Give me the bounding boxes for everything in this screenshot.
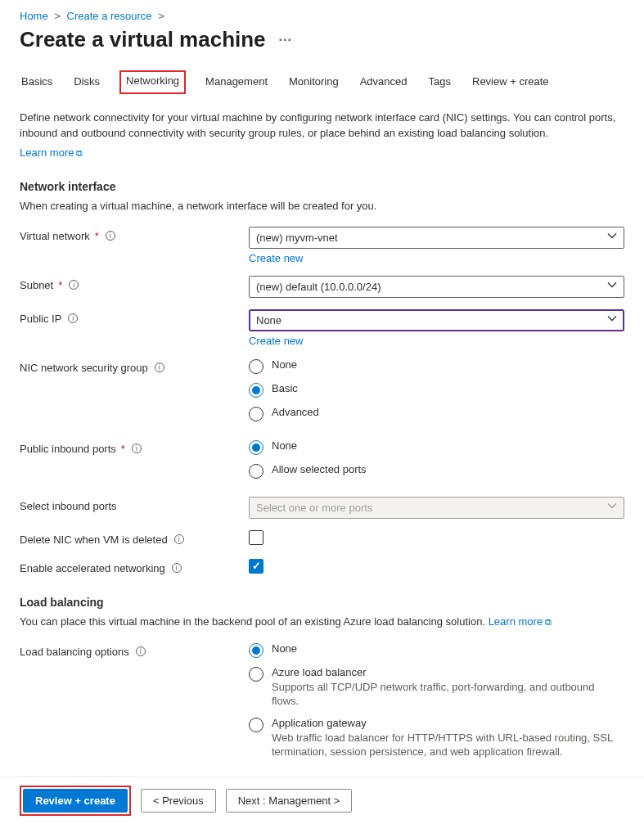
virtual-network-select[interactable]: (new) myvm-vnet — [249, 227, 624, 249]
tab-tags[interactable]: Tags — [427, 70, 453, 94]
lb-option-app-gateway[interactable]: Application gateway Web traffic load bal… — [249, 717, 624, 759]
load-balancing-learn-more-link[interactable]: Learn more⧉ — [489, 615, 552, 628]
tab-management[interactable]: Management — [204, 70, 269, 94]
section-heading-load-balancing: Load balancing — [20, 596, 624, 609]
learn-more-link[interactable]: Learn more⧉ — [20, 146, 83, 159]
info-icon[interactable]: i — [174, 534, 184, 544]
inbound-option-allow[interactable]: Allow selected ports — [249, 463, 624, 479]
label-load-balancing: Load balancing options i — [20, 642, 249, 658]
chevron-down-icon — [607, 502, 617, 514]
public-ip-select[interactable]: None — [249, 309, 624, 331]
accel-networking-checkbox[interactable] — [249, 559, 263, 574]
label-select-inbound: Select inbound ports — [20, 497, 249, 512]
nsg-radio-group: None Basic Advanced — [249, 358, 624, 421]
footer-bar: Review + create < Previous Next : Manage… — [0, 777, 644, 824]
tab-networking[interactable]: Networking — [119, 70, 186, 94]
info-icon[interactable]: i — [68, 313, 78, 323]
more-actions-icon[interactable]: ··· — [279, 33, 292, 47]
review-create-highlight: Review + create — [20, 786, 131, 816]
info-icon[interactable]: i — [155, 362, 164, 372]
label-accel-networking: Enable accelerated networking i — [20, 559, 249, 574]
nsg-option-basic[interactable]: Basic — [249, 382, 624, 398]
tab-disks[interactable]: Disks — [72, 70, 101, 94]
label-delete-nic: Delete NIC when VM is deleted i — [20, 530, 249, 546]
label-inbound-ports: Public inbound ports* i — [20, 439, 249, 455]
info-icon[interactable]: i — [69, 280, 79, 290]
breadcrumb-create-resource[interactable]: Create a resource — [67, 10, 152, 22]
section-sub-load-balancing: You can place this virtual machine in th… — [20, 615, 624, 628]
external-link-icon: ⧉ — [76, 148, 83, 159]
breadcrumb-sep: > — [158, 10, 164, 22]
info-icon[interactable]: i — [106, 231, 115, 241]
tab-monitoring[interactable]: Monitoring — [287, 70, 340, 94]
intro-text: Define network connectivity for your vir… — [20, 110, 624, 142]
page-title: Create a virtual machine ··· — [20, 27, 624, 52]
lb-option-none[interactable]: None — [249, 642, 624, 658]
breadcrumb-sep: > — [54, 10, 61, 22]
subnet-select[interactable]: (new) default (10.0.0.0/24) — [249, 276, 624, 298]
select-inbound-ports: Select one or more ports — [249, 497, 624, 519]
inbound-option-none[interactable]: None — [249, 439, 624, 455]
label-public-ip: Public IP i — [20, 309, 249, 325]
next-button[interactable]: Next : Management > — [226, 789, 353, 813]
lb-option-azure-lb[interactable]: Azure load balancer Supports all TCP/UDP… — [249, 666, 624, 709]
external-link-icon: ⧉ — [545, 617, 552, 628]
breadcrumb: Home > Create a resource > — [20, 10, 624, 22]
label-virtual-network: Virtual network* i — [20, 227, 249, 242]
section-heading-network-interface: Network interface — [20, 180, 624, 193]
nsg-option-advanced[interactable]: Advanced — [249, 406, 624, 421]
chevron-down-icon — [607, 281, 617, 293]
chevron-down-icon — [607, 314, 617, 326]
delete-nic-checkbox[interactable] — [249, 530, 263, 545]
load-balancing-radio-group: None Azure load balancer Supports all TC… — [249, 642, 624, 759]
tab-review-create[interactable]: Review + create — [471, 70, 551, 94]
inbound-ports-radio-group: None Allow selected ports — [249, 439, 624, 479]
label-nsg: NIC network security group i — [20, 358, 249, 374]
section-sub: When creating a virtual machine, a netwo… — [20, 200, 624, 212]
tabs: Basics Disks Networking Management Monit… — [20, 70, 624, 94]
tab-basics[interactable]: Basics — [20, 70, 54, 94]
lb-option-desc: Web traffic load balancer for HTTP/HTTPS… — [272, 731, 624, 759]
create-new-vnet-link[interactable]: Create new — [249, 252, 624, 264]
nsg-option-none[interactable]: None — [249, 358, 624, 374]
tab-advanced[interactable]: Advanced — [358, 70, 409, 94]
info-icon[interactable]: i — [136, 646, 146, 656]
label-subnet: Subnet* i — [20, 276, 249, 291]
info-icon[interactable]: i — [172, 563, 182, 573]
previous-button[interactable]: < Previous — [141, 789, 216, 813]
chevron-down-icon — [607, 232, 617, 244]
info-icon[interactable]: i — [132, 444, 142, 453]
review-create-button[interactable]: Review + create — [23, 789, 128, 813]
lb-option-desc: Supports all TCP/UDP network traffic, po… — [272, 680, 624, 709]
create-new-public-ip-link[interactable]: Create new — [249, 335, 624, 347]
breadcrumb-home[interactable]: Home — [20, 10, 48, 22]
